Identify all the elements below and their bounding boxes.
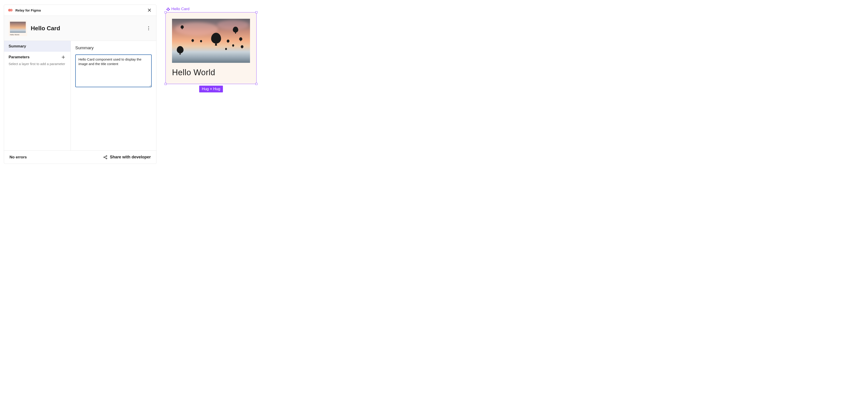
svg-point-10 (106, 155, 107, 156)
resize-handle-br[interactable] (255, 83, 257, 85)
share-label: Share with developer (110, 155, 151, 159)
component-thumbnail: Hello World (8, 20, 27, 36)
content-area: Summary (71, 41, 156, 151)
svg-point-4 (148, 26, 149, 27)
svg-rect-17 (167, 10, 169, 11)
thumbnail-caption: Hello World (10, 34, 26, 36)
sidebar: Summary Parameters Select a layer first … (4, 41, 71, 151)
svg-point-1 (10, 9, 13, 11)
panel-titlebar: Relay for Figma (4, 5, 156, 16)
autolayout-size-badge: Hug × Hug (199, 86, 223, 92)
component-header: Hello World Hello Card (4, 16, 156, 41)
relay-logo-icon (8, 8, 13, 12)
share-icon (103, 155, 107, 159)
summary-textarea[interactable] (75, 55, 152, 87)
parameters-hint: Select a layer first to add a parameter (4, 61, 70, 67)
svg-point-5 (148, 28, 149, 29)
share-with-developer-button[interactable]: Share with developer (103, 155, 151, 159)
svg-line-12 (105, 156, 106, 157)
parameters-header: Parameters (4, 52, 70, 61)
plus-icon (61, 55, 65, 59)
more-options-button[interactable] (145, 25, 152, 31)
panel-body: Summary Parameters Select a layer first … (4, 41, 156, 151)
thumbnail-image (10, 22, 26, 33)
content-heading: Summary (75, 45, 152, 51)
component-icon (166, 7, 170, 11)
frame-label[interactable]: Hello Card (166, 7, 256, 11)
svg-rect-15 (166, 8, 168, 10)
relay-panel: Relay for Figma Hello World Hello Card S… (4, 4, 156, 164)
parameters-label: Parameters (8, 55, 61, 59)
component-name: Hello Card (31, 25, 142, 32)
figma-canvas[interactable]: Hello Card Hello Worl (165, 4, 256, 164)
tab-summary[interactable]: Summary (4, 41, 70, 52)
svg-rect-16 (168, 8, 170, 10)
resize-handle-tr[interactable] (255, 11, 257, 13)
more-vertical-icon (148, 26, 149, 31)
svg-line-13 (105, 157, 106, 158)
plugin-title: Relay for Figma (16, 8, 41, 12)
svg-rect-14 (167, 7, 169, 9)
svg-point-11 (106, 158, 107, 159)
close-button[interactable] (147, 7, 152, 13)
panel-footer: No errors Share with developer (4, 151, 156, 164)
resize-handle-tl[interactable] (164, 11, 166, 13)
frame-name: Hello Card (171, 7, 189, 11)
errors-status: No errors (9, 155, 103, 159)
resize-handle-bl[interactable] (164, 83, 166, 85)
card-image (172, 19, 250, 63)
selected-frame[interactable]: Hello World Hug × Hug (165, 12, 256, 84)
hello-card-component: Hello World (166, 12, 256, 84)
close-icon (147, 8, 151, 12)
svg-point-6 (148, 29, 149, 30)
svg-point-9 (104, 157, 105, 157)
card-title: Hello World (172, 68, 250, 77)
add-parameter-button[interactable] (61, 55, 66, 60)
